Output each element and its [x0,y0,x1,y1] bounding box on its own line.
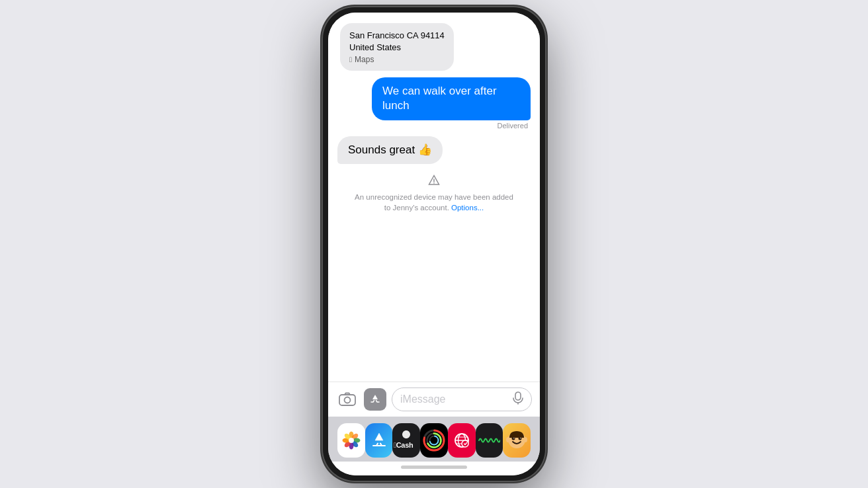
svg-point-24 [462,440,468,447]
app-icon-search[interactable] [448,423,476,458]
maps-card-bubble: San Francisco CA 94114 United States  M… [340,23,454,71]
delivered-status: Delivered [498,122,528,130]
app-icon-appstore[interactable] [365,423,393,458]
maps-link-row:  Maps [349,55,445,64]
security-notice-text: An unrecognized device may have been add… [351,192,517,213]
app-tray: Cash [328,417,540,462]
app-icon-photos[interactable] [337,423,365,458]
apple-logo-icon:  [349,56,352,63]
microphone-icon[interactable] [513,391,523,408]
svg-text:Cash: Cash [394,441,413,449]
received-bubble: Sounds great 👍 [337,136,443,164]
svg-point-2 [345,397,351,403]
imessage-input[interactable]: iMessage [392,387,532,411]
imessage-placeholder: iMessage [400,393,509,405]
security-options-link[interactable]: Options... [451,204,484,212]
app-icon-activity[interactable] [420,423,448,458]
svg-point-0 [433,183,435,184]
messages-area: San Francisco CA 94114 United States  M… [328,13,540,382]
sent-bubble: We can walk over after lunch [372,77,531,120]
svg-point-14 [349,438,354,443]
maps-address-line2: United States [349,42,445,54]
appstore-button[interactable] [364,388,386,411]
camera-button[interactable] [336,388,359,411]
maps-address-line1: San Francisco CA 94114 [349,30,445,42]
phone-wrapper: San Francisco CA 94114 United States  M… [312,0,556,488]
svg-rect-1 [339,395,355,405]
phone-frame: San Francisco CA 94114 United States  M… [322,6,546,482]
app-icon-cash[interactable]: Cash [392,423,420,458]
svg-point-31 [523,437,527,442]
warning-icon [428,175,440,189]
app-icon-memoji[interactable] [503,423,531,458]
maps-link-label[interactable]: Maps [355,55,374,64]
phone-screen: San Francisco CA 94114 United States  M… [328,13,540,475]
security-notice: An unrecognized device may have been add… [337,171,531,217]
input-bar: iMessage [328,382,540,417]
svg-point-30 [506,437,510,442]
svg-rect-3 [515,392,521,400]
home-indicator-area [328,462,540,475]
home-bar [401,466,467,469]
sent-message-wrapper: We can walk over after lunch Delivered [337,77,531,129]
received-message-wrapper: Sounds great 👍 [337,136,531,164]
app-icon-sound[interactable] [476,423,503,458]
